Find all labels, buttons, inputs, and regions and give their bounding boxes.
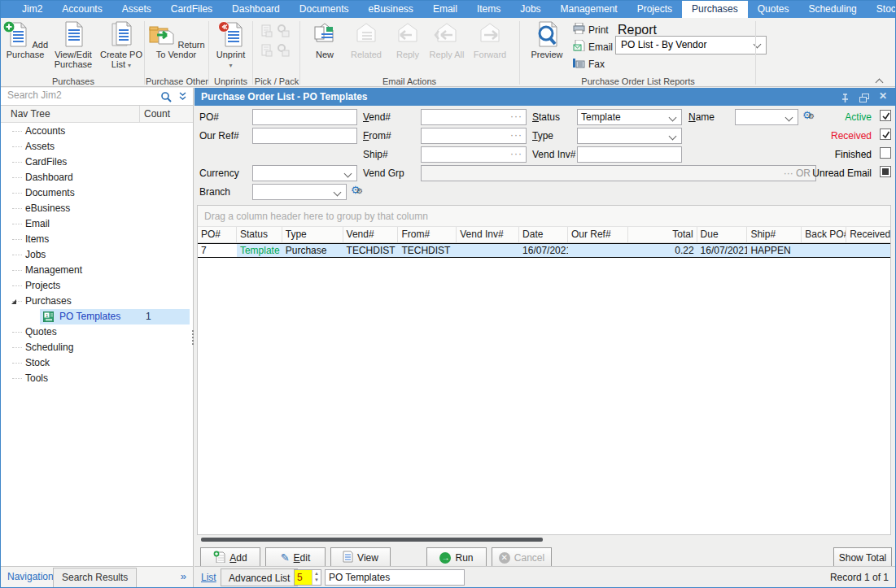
edit-button[interactable]: ✎ Edit [265, 547, 326, 568]
ship-input[interactable]: ··· [421, 146, 527, 163]
menu-tab-dashboard[interactable]: Dashboard [222, 1, 290, 18]
menu-tab-assets[interactable]: Assets [112, 1, 161, 18]
return-to-vendor-button[interactable]: Return To Vendor [147, 20, 206, 59]
column-header-ship[interactable]: Ship# [747, 227, 802, 242]
vend-inv-input[interactable] [577, 146, 682, 163]
record-count-input[interactable] [295, 570, 313, 585]
menu-tab-jobs[interactable]: Jobs [510, 1, 550, 18]
list-name-input[interactable] [325, 569, 465, 586]
menu-tab-items[interactable]: Items [467, 1, 510, 18]
add-button[interactable]: Add [200, 547, 260, 568]
menu-tab-ebusiness[interactable]: eBusiness [359, 1, 423, 18]
tab-search-results[interactable]: Search Results [53, 568, 137, 587]
sidebar-item-email[interactable]: Email [1, 216, 193, 232]
unprint-button[interactable]: Unprint▾ [211, 20, 251, 71]
sidebar-item-tools[interactable]: Tools [1, 371, 193, 386]
scrollbar-thumb[interactable] [201, 538, 543, 542]
forward-button[interactable]: Forward [467, 20, 513, 59]
ellipsis-icon[interactable]: ··· [510, 129, 522, 141]
sidebar-item-po-templates[interactable]: 1 PO Templates 1 [1, 309, 193, 324]
sidebar-item-quotes[interactable]: Quotes [1, 324, 193, 340]
table-row[interactable]: 7 Template Purchase TECHDIST TECHDIST 16… [198, 243, 890, 258]
menu-tab-management[interactable]: Management [551, 1, 627, 18]
sidebar-item-jobs[interactable]: Jobs [1, 247, 193, 263]
add-purchase-button[interactable]: Add Purchase [2, 20, 48, 71]
view-edit-purchase-button[interactable]: View/Edit Purchase [50, 20, 97, 71]
tab-navigation[interactable]: Navigation [7, 571, 54, 582]
sidebar-item-scheduling[interactable]: Scheduling [1, 340, 193, 355]
more-tabs-icon[interactable]: » [181, 570, 186, 582]
ellipsis-icon[interactable]: ··· [510, 111, 522, 122]
related-email-button[interactable]: Related [345, 20, 387, 59]
stepper-arrows-icon[interactable]: ▲▼ [312, 570, 321, 585]
column-header-status[interactable]: Status [237, 227, 282, 242]
search-options-chevrons-icon[interactable] [178, 90, 187, 105]
column-header-due[interactable]: Due [697, 227, 748, 242]
column-header-back-po[interactable]: Back PO# [802, 227, 846, 242]
received-checkbox[interactable] [880, 128, 891, 140]
create-po-list-button[interactable]: Create PO List ▾ [98, 20, 144, 71]
menu-tab-cardfiles[interactable]: CardFiles [161, 1, 222, 18]
branch-gear-icon[interactable]: ⚙⚙ [351, 185, 363, 197]
print-button[interactable]: Print [573, 21, 613, 38]
sidebar-item-purchases[interactable]: Purchases [1, 294, 193, 309]
sidebar-item-dashboard[interactable]: Dashboard [1, 170, 193, 185]
sidebar-item-accounts[interactable]: Accounts [1, 124, 193, 139]
tree-expander-icon[interactable] [11, 299, 16, 304]
sidebar-item-stock[interactable]: Stock [1, 355, 193, 371]
sidebar-item-assets[interactable]: Assets [1, 139, 193, 155]
finished-checkbox[interactable] [880, 147, 891, 159]
from-input[interactable]: ··· [421, 128, 527, 144]
menu-tab-scheduling[interactable]: Scheduling [798, 1, 866, 18]
view-button[interactable]: View [330, 547, 391, 568]
horizontal-scrollbar[interactable] [197, 537, 889, 542]
restore-window-icon[interactable] [859, 92, 869, 107]
show-total-button[interactable]: Show Total [833, 547, 892, 568]
active-checkbox[interactable] [880, 110, 891, 121]
our-ref-input[interactable] [252, 128, 357, 144]
reply-all-button[interactable]: Reply All [428, 20, 465, 59]
column-header-total[interactable]: Total [628, 227, 697, 242]
run-button[interactable]: → Run [426, 547, 487, 568]
menu-tab-purchases[interactable]: Purchases [682, 1, 748, 18]
column-header-type[interactable]: Type [282, 227, 343, 242]
sidebar-item-ebusiness[interactable]: eBusiness [1, 201, 193, 216]
menu-tab-projects[interactable]: Projects [627, 1, 682, 18]
sidebar-item-documents[interactable]: Documents [1, 185, 193, 201]
column-header-date[interactable]: Date [519, 227, 568, 242]
email-report-button[interactable]: Email [573, 38, 613, 55]
menu-tab-accounts[interactable]: Accounts [52, 1, 111, 18]
pin-icon[interactable] [841, 92, 850, 107]
sidebar-item-cardfiles[interactable]: CardFiles [1, 155, 193, 170]
menu-tab-quotes[interactable]: Quotes [748, 1, 799, 18]
column-header-received[interactable]: Received [846, 227, 890, 242]
close-icon[interactable]: ✕ [879, 90, 887, 102]
menu-tab-documents[interactable]: Documents [290, 1, 359, 18]
unread-email-checkbox[interactable] [880, 166, 891, 177]
type-select[interactable] [577, 128, 682, 144]
sidebar-item-items[interactable]: Items [1, 232, 193, 247]
search-icon[interactable] [160, 91, 172, 106]
search-input[interactable] [7, 89, 146, 101]
tab-advanced-list[interactable]: Advanced List [221, 568, 298, 586]
reply-button[interactable]: Reply [389, 20, 426, 59]
group-by-hint[interactable]: Drag a column header here to group by th… [198, 206, 890, 227]
column-header-our-ref[interactable]: Our Ref# [568, 227, 628, 242]
menu-tab-email[interactable]: Email [423, 1, 467, 18]
vend-input[interactable]: ··· [421, 109, 527, 125]
report-select[interactable]: PO List - By Vendor [615, 36, 767, 54]
status-select[interactable]: Template [577, 109, 682, 125]
tab-list[interactable]: List [201, 572, 216, 583]
ellipsis-icon[interactable]: ··· [510, 148, 522, 159]
column-header-vend-inv[interactable]: Vend Inv# [457, 227, 519, 242]
column-header-from[interactable]: From# [398, 227, 457, 242]
ribbon-collapse-button[interactable] [876, 74, 884, 81]
currency-select[interactable] [252, 165, 357, 181]
column-header-po[interactable]: PO# [198, 227, 237, 242]
fax-button[interactable]: Fax [573, 55, 613, 72]
preview-button[interactable]: Preview [524, 20, 570, 59]
po-input[interactable] [252, 109, 357, 125]
branch-select[interactable] [252, 184, 347, 200]
sidebar-item-management[interactable]: Management [1, 263, 193, 278]
sidebar-item-projects[interactable]: Projects [1, 278, 193, 294]
